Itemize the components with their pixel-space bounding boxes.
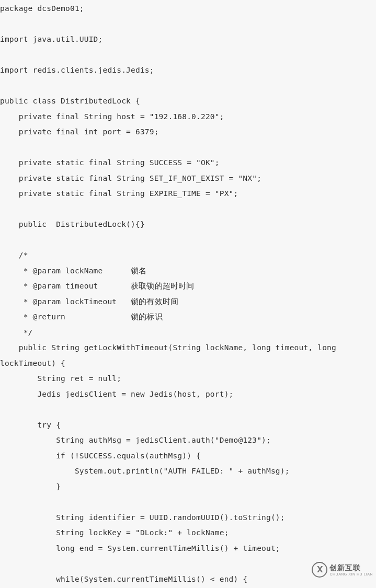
watermark-main-text: 创新互联 xyxy=(329,564,373,571)
code-block: package dcsDemo01; import java.util.UUID… xyxy=(0,1,376,587)
watermark-sub-text: CHUANG XIN HU LIAN xyxy=(329,572,373,576)
watermark-logo-icon: X xyxy=(312,562,327,578)
watermark: X 创新互联 CHUANG XIN HU LIAN xyxy=(312,562,373,578)
